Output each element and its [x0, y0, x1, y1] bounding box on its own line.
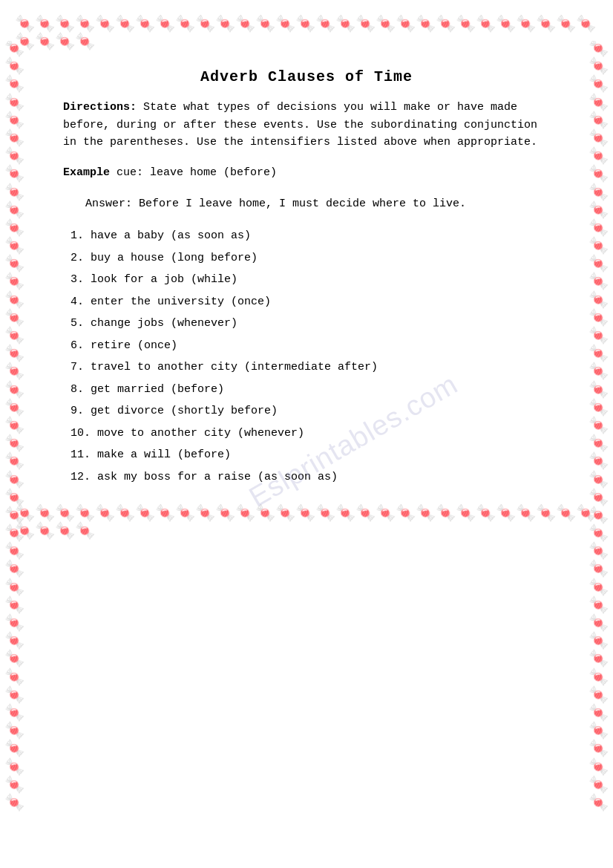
list-item: 11. make a will (before) [63, 446, 550, 465]
main-content: Adverb Clauses of Time Directions: State… [56, 61, 557, 497]
candy-border-bottom: 🍬🍬🍬🍬🍬🍬🍬🍬🍬🍬🍬🍬🍬🍬🍬🍬🍬🍬🍬🍬🍬🍬🍬🍬🍬🍬🍬🍬🍬🍬🍬🍬🍬 [15, 506, 598, 541]
border-top: 🍬🍬🍬🍬🍬🍬🍬🍬🍬🍬🍬🍬🍬🍬🍬🍬🍬🍬🍬🍬🍬🍬🍬🍬🍬🍬🍬🍬🍬🍬🍬🍬🍬 [15, 15, 598, 53]
directions-block: Directions: State what types of decision… [63, 99, 550, 151]
answer-text: Before I leave home, I must decide where… [132, 198, 466, 210]
list-item: 1. have a baby (as soon as) [63, 226, 550, 246]
list-item: 4. enter the university (once) [63, 293, 550, 312]
list-item: 9. get divorce (shortly before) [63, 402, 550, 421]
border-left: 🍬 🍬 🍬 🍬 🍬 🍬 🍬 🍬 🍬 🍬 🍬 🍬 🍬 🍬 🍬 🍬 🍬 🍬 🍬 🍬 … [4, 41, 24, 827]
worksheet-page: 🍬🍬🍬🍬🍬🍬🍬🍬🍬🍬🍬🍬🍬🍬🍬🍬🍬🍬🍬🍬🍬🍬🍬🍬🍬🍬🍬🍬🍬🍬🍬🍬🍬 🍬 🍬 🍬 … [0, 0, 613, 868]
example-label: Example [63, 166, 110, 179]
answer-line: Answer: Before I leave home, I must deci… [85, 195, 550, 213]
page-title: Adverb Clauses of Time [63, 68, 550, 85]
example-cue: cue: leave home (before) [110, 166, 277, 179]
border-right: 🍬 🍬 🍬 🍬 🍬 🍬 🍬 🍬 🍬 🍬 🍬 🍬 🍬 🍬 🍬 🍬 🍬 🍬 🍬 🍬 … [589, 41, 609, 827]
candy-border-top: 🍬🍬🍬🍬🍬🍬🍬🍬🍬🍬🍬🍬🍬🍬🍬🍬🍬🍬🍬🍬🍬🍬🍬🍬🍬🍬🍬🍬🍬🍬🍬🍬🍬 [15, 16, 598, 52]
list-item: 5. change jobs (whenever) [63, 314, 550, 333]
list-item: 2. buy a house (long before) [63, 249, 550, 268]
answer-label: Answer: [85, 198, 132, 210]
items-list: 1. have a baby (as soon as)2. buy a hous… [63, 226, 550, 486]
list-item: 10. move to another city (whenever) [63, 424, 550, 443]
list-item: 8. get married (before) [63, 380, 550, 399]
directions-label: Directions: [63, 101, 137, 114]
list-item: 3. look for a job (while) [63, 270, 550, 290]
list-item: 6. retire (once) [63, 336, 550, 356]
border-bottom: 🍬🍬🍬🍬🍬🍬🍬🍬🍬🍬🍬🍬🍬🍬🍬🍬🍬🍬🍬🍬🍬🍬🍬🍬🍬🍬🍬🍬🍬🍬🍬🍬🍬 [15, 504, 598, 543]
list-item: 7. travel to another city (intermediate … [63, 358, 550, 377]
example-block: Example cue: leave home (before) [63, 164, 550, 182]
list-item: 12. ask my boss for a raise (as soon as) [63, 468, 550, 487]
